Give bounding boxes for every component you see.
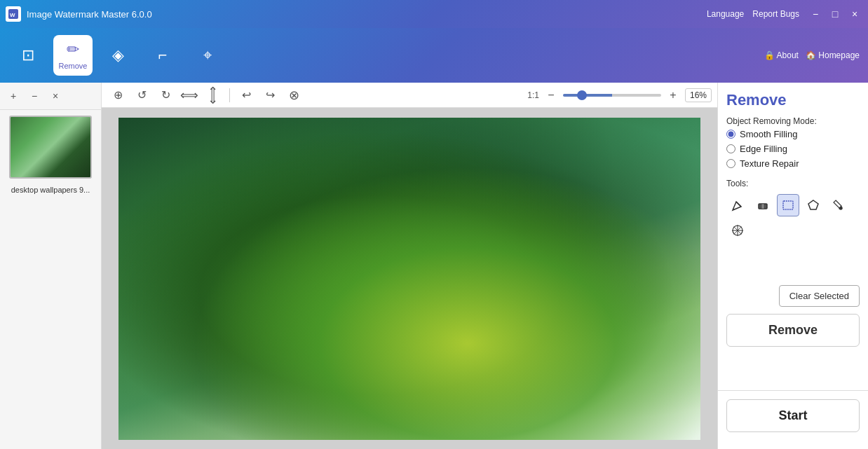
removing-mode-group: Smooth Filling Edge Filling Texture Repa… <box>726 129 860 169</box>
mode-fill[interactable]: ◈ <box>98 35 137 76</box>
zoom-controls: 1:1 − + 16% <box>527 88 712 103</box>
close-button[interactable]: × <box>847 6 862 22</box>
mode-crop[interactable]: ⊡ <box>8 35 48 76</box>
removing-mode-label: Object Removing Mode: <box>726 116 860 126</box>
thumbnail-canvas <box>11 117 90 177</box>
clear-selected-button[interactable]: Clear Selected <box>779 285 860 307</box>
zoom-reset-label[interactable]: 1:1 <box>527 90 539 100</box>
sidebar-top-controls: + − × <box>0 83 101 110</box>
removing-mode-section: Object Removing Mode: Smooth Filling Edg… <box>726 116 860 169</box>
eraser-icon <box>756 198 770 212</box>
eraser-tool-button[interactable] <box>752 194 774 216</box>
texture-repair-label: Texture Repair <box>740 158 799 169</box>
remove-action-button[interactable]: Remove <box>726 314 860 347</box>
magic-wand-button[interactable] <box>726 219 749 242</box>
image-thumbnail[interactable] <box>9 116 92 179</box>
zoom-percentage: 16% <box>685 88 712 102</box>
canvas-toolbar: ⊕ ↺ ↻ ⟺ ⟺ ↩ ↪ ⊗ 1:1 − + 16% <box>102 83 717 108</box>
magic-wand-icon <box>731 223 745 237</box>
svg-marker-5 <box>808 200 818 209</box>
pin-icon: ⌖ <box>203 46 212 64</box>
minimize-button[interactable]: − <box>808 6 823 22</box>
rect-icon <box>781 198 795 212</box>
start-button[interactable]: Start <box>726 399 860 432</box>
smooth-filling-label: Smooth Filling <box>740 129 797 139</box>
report-bugs-link[interactable]: Report Bugs <box>752 9 799 19</box>
start-container: Start <box>718 390 868 441</box>
right-panel: Remove Object Removing Mode: Smooth Fill… <box>717 83 868 449</box>
polygon-tool-button[interactable] <box>802 194 825 216</box>
smooth-filling-radio[interactable] <box>726 130 735 139</box>
remove-image-button[interactable]: − <box>25 87 43 105</box>
pen-tool-button[interactable] <box>726 194 749 216</box>
title-bar-right: Language Report Bugs − □ × <box>707 6 862 22</box>
mode-brush[interactable]: ⌐ <box>143 35 182 76</box>
zoom-slider[interactable] <box>563 94 661 97</box>
panel-title: Remove <box>726 91 860 109</box>
flip-horizontal-button[interactable]: ⟺ <box>179 85 200 106</box>
spacer <box>726 249 860 278</box>
undo-button[interactable]: ↩ <box>236 85 257 106</box>
canvas-image <box>118 118 700 440</box>
smooth-filling-option[interactable]: Smooth Filling <box>726 129 860 139</box>
svg-rect-4 <box>783 201 793 209</box>
svg-rect-3 <box>761 204 764 209</box>
language-link[interactable]: Language <box>707 9 744 19</box>
edge-filling-option[interactable]: Edge Filling <box>726 144 860 154</box>
mode-remove-label: Remove <box>59 62 88 70</box>
texture-repair-option[interactable]: Texture Repair <box>726 158 860 169</box>
cancel-button[interactable]: ⊗ <box>283 85 304 106</box>
canvas-area: ⊕ ↺ ↻ ⟺ ⟺ ↩ ↪ ⊗ 1:1 − + 16% <box>102 83 717 449</box>
rotate-left-fine-button[interactable]: ↺ <box>131 85 152 106</box>
zoom-out-button[interactable]: − <box>543 88 559 103</box>
clear-images-button[interactable]: × <box>46 87 65 105</box>
mode-bar: ⊡ ✏ Remove ◈ ⌐ ⌖ 🔒 About 🏠 Homepage <box>0 28 868 83</box>
tools-label: Tools: <box>726 179 860 188</box>
zoom-in-button[interactable]: + <box>665 88 681 103</box>
pen-icon <box>731 198 745 212</box>
about-link[interactable]: 🔒 About <box>764 50 799 60</box>
polygon-icon <box>806 198 820 212</box>
title-bar-left: W Image Watermark Master 6.0.0 <box>6 6 152 22</box>
canvas-image-area[interactable] <box>102 108 717 449</box>
app-title: Image Watermark Master 6.0.0 <box>27 9 152 20</box>
mode-remove[interactable]: ✏ Remove <box>53 35 93 76</box>
clear-selected-container: Clear Selected <box>726 285 860 307</box>
sidebar-left: + − × desktop wallpapers 9... <box>0 83 102 449</box>
main-content: + − × desktop wallpapers 9... ⊕ ↺ ↻ ⟺ ⟺ … <box>0 83 868 449</box>
redo-button[interactable]: ↪ <box>259 85 280 106</box>
fill-icon <box>832 198 846 212</box>
rotate-right-fine-button[interactable]: ↻ <box>155 85 176 106</box>
tools-section: Tools: <box>726 179 860 242</box>
add-image-button[interactable]: + <box>4 87 22 105</box>
win-controls: − □ × <box>808 6 862 22</box>
maximize-button[interactable]: □ <box>827 6 843 22</box>
move-tool-button[interactable]: ⊕ <box>107 85 128 106</box>
fill-icon: ◈ <box>112 46 124 64</box>
tools-row <box>726 194 860 242</box>
texture-repair-radio[interactable] <box>726 159 735 168</box>
brush-icon: ⌐ <box>158 46 168 64</box>
image-name: desktop wallpapers 9... <box>0 184 101 195</box>
mode-bar-right: 🔒 About 🏠 Homepage <box>764 50 860 60</box>
app-logo: W <box>6 6 21 22</box>
remove-icon: ✏ <box>67 41 79 59</box>
rect-tool-button[interactable] <box>777 194 799 216</box>
spacer2 <box>726 354 860 383</box>
edge-filling-label: Edge Filling <box>740 144 787 154</box>
edge-filling-radio[interactable] <box>726 144 735 153</box>
divider-1 <box>229 88 230 102</box>
title-bar: W Image Watermark Master 6.0.0 Language … <box>0 0 868 28</box>
crop-icon: ⊡ <box>22 46 34 64</box>
fill-tool-button[interactable] <box>827 194 850 216</box>
mode-pin[interactable]: ⌖ <box>188 35 227 76</box>
flip-vertical-button[interactable]: ⟺ <box>203 85 224 106</box>
svg-text:W: W <box>10 12 15 18</box>
homepage-link[interactable]: 🏠 Homepage <box>806 50 860 60</box>
